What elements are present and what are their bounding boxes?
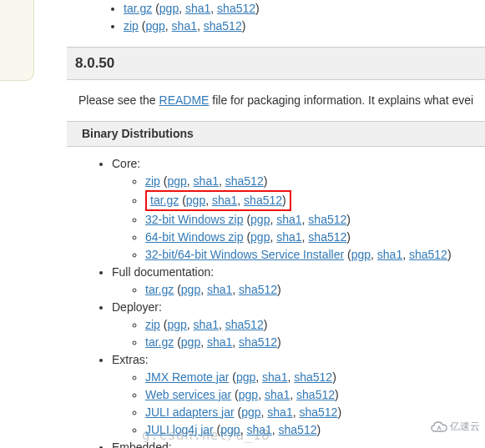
signature-link[interactable]: pgp xyxy=(167,174,186,188)
group-list: zip (pgp, sha1, sha512)tar.gz (pgp, sha1… xyxy=(112,316,485,351)
signature-link[interactable]: sha512 xyxy=(239,335,277,349)
download-link[interactable]: JMX Remote jar xyxy=(145,370,229,384)
list-item: 32-bit Windows zip (pgp, sha1, sha512) xyxy=(145,211,485,229)
group-list: zip (pgp, sha1, sha512)tar.gz (pgp, sha1… xyxy=(112,173,485,264)
group-label: Core: xyxy=(112,157,140,170)
group-label: Deployer: xyxy=(112,300,162,314)
signature-link[interactable]: sha512 xyxy=(296,388,335,401)
download-link[interactable]: JULI log4j jar xyxy=(145,423,214,436)
distribution-list: Core:zip (pgp, sha1, sha512)tar.gz (pgp,… xyxy=(97,155,485,449)
signature-link[interactable]: sha1 xyxy=(262,370,287,384)
intro-pre: Please see the xyxy=(78,93,159,107)
signature-link[interactable]: sha512 xyxy=(217,2,255,15)
signature-link[interactable]: pgp xyxy=(351,248,371,261)
signature-link[interactable]: sha512 xyxy=(308,230,346,244)
download-link[interactable]: zip xyxy=(145,174,160,188)
top-list: tar.gz (pgp, sha1, sha512)zip (pgp, sha1… xyxy=(90,0,485,35)
cloud-watermark: 亿速云 xyxy=(430,419,480,434)
signature-link[interactable]: pgp xyxy=(250,230,270,244)
download-link[interactable]: zip xyxy=(124,19,139,33)
signature-link[interactable]: sha512 xyxy=(244,194,282,207)
list-item: JMX Remote jar (pgp, sha1, sha512) xyxy=(145,369,485,386)
signature-link[interactable]: sha1 xyxy=(172,19,197,33)
signature-link[interactable]: pgp xyxy=(220,423,240,436)
signature-link[interactable]: pgp xyxy=(250,213,270,226)
download-link[interactable]: tar.gz xyxy=(145,283,174,296)
binary-dist-header: Binary Distributions xyxy=(67,121,485,147)
list-item: zip (pgp, sha1, sha512) xyxy=(145,316,485,334)
download-link[interactable]: 32-bit Windows zip xyxy=(145,213,244,226)
list-item: 64-bit Windows zip (pgp, sha1, sha512) xyxy=(145,229,485,246)
version-header: 8.0.50 xyxy=(67,47,485,80)
signature-link[interactable]: sha512 xyxy=(279,423,317,436)
list-item: 32-bit/64-bit Windows Service Installer … xyxy=(145,246,485,264)
cloud-label: 亿速云 xyxy=(450,420,480,432)
signature-link[interactable]: pgp xyxy=(181,283,200,296)
signature-link[interactable]: sha1 xyxy=(212,194,237,207)
group-list: tar.gz (pgp, sha1, sha512) xyxy=(112,281,485,299)
highlighted-item: tar.gz (pgp, sha1, sha512) xyxy=(145,190,291,211)
list-item: tar.gz (pgp, sha1, sha512) xyxy=(145,281,485,299)
signature-link[interactable]: sha512 xyxy=(239,283,277,296)
download-link[interactable]: tar.gz xyxy=(145,335,174,349)
signature-link[interactable]: sha1 xyxy=(267,405,292,419)
signature-link[interactable]: sha1 xyxy=(185,2,210,15)
group-label: Full documentation: xyxy=(112,265,214,279)
signature-link[interactable]: sha512 xyxy=(204,19,242,33)
group-item: Extras:JMX Remote jar (pgp, sha1, sha512… xyxy=(112,351,485,439)
signature-link[interactable]: sha1 xyxy=(276,230,301,244)
download-link[interactable]: JULI adapters jar xyxy=(145,405,235,419)
group-label: Extras: xyxy=(112,353,149,366)
group-label: Embedded: xyxy=(112,440,172,449)
signature-link[interactable]: sha1 xyxy=(265,388,290,401)
main-content: tar.gz (pgp, sha1, sha512)zip (pgp, sha1… xyxy=(67,0,485,448)
signature-link[interactable]: pgp xyxy=(241,405,260,419)
signature-link[interactable]: sha512 xyxy=(299,405,337,419)
signature-link[interactable]: pgp xyxy=(145,19,164,33)
readme-intro: Please see the README file for packaging… xyxy=(78,92,485,109)
group-list: JMX Remote jar (pgp, sha1, sha512)Web se… xyxy=(112,369,485,439)
list-item: zip (pgp, sha1, sha512) xyxy=(145,173,485,190)
group-item: Deployer:zip (pgp, sha1, sha512)tar.gz (… xyxy=(112,299,485,351)
signature-link[interactable]: pgp xyxy=(181,335,200,349)
download-link[interactable]: 32-bit/64-bit Windows Service Installer xyxy=(145,248,344,261)
list-item: zip (pgp, sha1, sha512) xyxy=(124,18,485,35)
intro-post: file for packaging information. It expla… xyxy=(209,93,473,107)
signature-link[interactable]: sha1 xyxy=(194,318,219,331)
signature-link[interactable]: sha512 xyxy=(225,174,264,188)
signature-link[interactable]: pgp xyxy=(186,194,205,207)
signature-link[interactable]: sha1 xyxy=(246,423,271,436)
group-item: Full documentation:tar.gz (pgp, sha1, sh… xyxy=(112,264,485,299)
signature-link[interactable]: sha512 xyxy=(308,213,346,226)
signature-link[interactable]: pgp xyxy=(159,2,179,15)
list-item: tar.gz (pgp, sha1, sha512) xyxy=(145,190,485,211)
signature-link[interactable]: sha512 xyxy=(409,248,447,261)
signature-link[interactable]: pgp xyxy=(167,318,186,331)
download-link[interactable]: tar.gz xyxy=(150,194,179,207)
cloud-icon xyxy=(430,420,448,434)
list-item: tar.gz (pgp, sha1, sha512) xyxy=(145,334,485,351)
group-item: Core:zip (pgp, sha1, sha512)tar.gz (pgp,… xyxy=(112,155,485,264)
signature-link[interactable]: sha1 xyxy=(194,174,219,188)
signature-link[interactable]: sha1 xyxy=(207,283,232,296)
sidebar-stub xyxy=(0,0,34,81)
list-item: Web services jar (pgp, sha1, sha512) xyxy=(145,386,485,404)
download-link[interactable]: tar.gz xyxy=(124,2,152,15)
download-link[interactable]: 64-bit Windows zip xyxy=(145,230,244,244)
download-link[interactable]: Web services jar xyxy=(145,388,231,401)
signature-link[interactable]: sha512 xyxy=(225,318,264,331)
group-item: Embedded:tar.gz (pgp, sha1, sha512)zip (… xyxy=(112,439,485,449)
readme-link[interactable]: README xyxy=(159,93,210,107)
signature-link[interactable]: pgp xyxy=(236,370,255,384)
list-item: tar.gz (pgp, sha1, sha512) xyxy=(124,0,485,18)
signature-link[interactable]: sha1 xyxy=(377,248,402,261)
signature-link[interactable]: sha1 xyxy=(207,335,232,349)
download-link[interactable]: zip xyxy=(145,318,160,331)
signature-link[interactable]: sha1 xyxy=(276,213,301,226)
signature-link[interactable]: pgp xyxy=(239,388,258,401)
signature-link[interactable]: sha512 xyxy=(294,370,332,384)
